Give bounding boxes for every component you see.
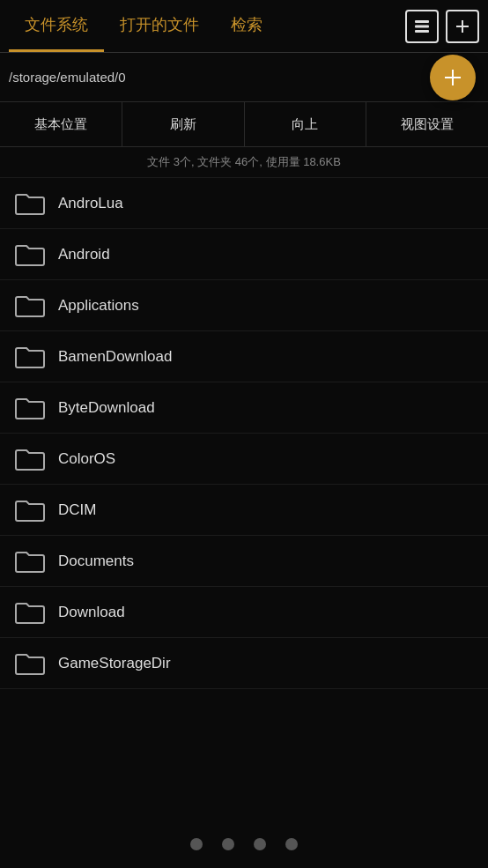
file-name: AndroLua [58, 195, 123, 212]
folder-icon [14, 395, 46, 421]
file-item[interactable]: DCIM [0, 485, 488, 536]
tabs-container: 文件系统 打开的文件 检索 [9, 0, 405, 52]
dot-4 [285, 838, 298, 850]
fab-add-button[interactable] [430, 55, 476, 100]
folder-icon [14, 650, 46, 677]
file-item[interactable]: ColorOS [0, 434, 488, 485]
folder-icon [14, 344, 46, 370]
file-list: AndroLua Android Applications BamenDownl… [0, 178, 488, 820]
folder-icon [14, 293, 46, 319]
file-item[interactable]: AndroLua [0, 178, 488, 229]
svg-rect-4 [456, 26, 469, 27]
folder-icon [14, 599, 46, 626]
file-name: Applications [58, 297, 139, 315]
new-tab-button[interactable] [446, 10, 479, 43]
tab-search[interactable]: 检索 [215, 0, 278, 52]
file-item[interactable]: BamenDownload [0, 331, 488, 382]
view-settings-button[interactable]: 视图设置 [366, 102, 488, 146]
svg-rect-2 [415, 30, 429, 33]
file-name: BamenDownload [58, 348, 172, 366]
storage-info: 文件 3个, 文件夹 46个, 使用量 18.6KB [0, 147, 488, 178]
dot-3 [254, 838, 266, 850]
svg-rect-0 [415, 20, 429, 23]
file-item[interactable]: Documents [0, 536, 488, 587]
file-name: Android [58, 246, 110, 263]
dot-1 [190, 838, 203, 850]
file-name: Download [58, 604, 125, 621]
tab-bar-icons [405, 10, 479, 43]
svg-rect-1 [415, 25, 429, 27]
list-view-button[interactable] [405, 10, 439, 43]
file-name: DCIM [58, 501, 96, 519]
file-item[interactable]: Download [0, 587, 488, 638]
folder-icon [14, 497, 46, 523]
file-item[interactable]: Android [0, 229, 488, 280]
file-item[interactable]: ByteDownload [0, 382, 488, 434]
folder-icon [14, 446, 46, 472]
bottom-dots [0, 820, 488, 868]
dot-2 [222, 838, 234, 850]
refresh-button[interactable]: 刷新 [122, 102, 245, 146]
action-bar: 基本位置 刷新 向上 视图设置 [0, 101, 488, 147]
current-path: /storage/emulated/0 [9, 70, 479, 85]
svg-rect-6 [445, 77, 461, 78]
folder-icon [14, 548, 46, 575]
file-name: ByteDownload [58, 399, 155, 417]
folder-icon [14, 190, 46, 217]
home-button[interactable]: 基本位置 [0, 102, 122, 146]
file-name: Documents [58, 553, 134, 570]
tab-bar: 文件系统 打开的文件 检索 [0, 0, 488, 53]
file-item[interactable]: GameStorageDir [0, 638, 488, 689]
file-name: ColorOS [58, 450, 115, 468]
tab-filesystem[interactable]: 文件系统 [9, 0, 104, 52]
file-name: GameStorageDir [58, 655, 171, 672]
up-button[interactable]: 向上 [245, 102, 367, 146]
path-container: /storage/emulated/0 [0, 53, 488, 101]
file-item[interactable]: Applications [0, 280, 488, 331]
folder-icon [14, 241, 46, 268]
tab-open-files[interactable]: 打开的文件 [104, 0, 215, 52]
